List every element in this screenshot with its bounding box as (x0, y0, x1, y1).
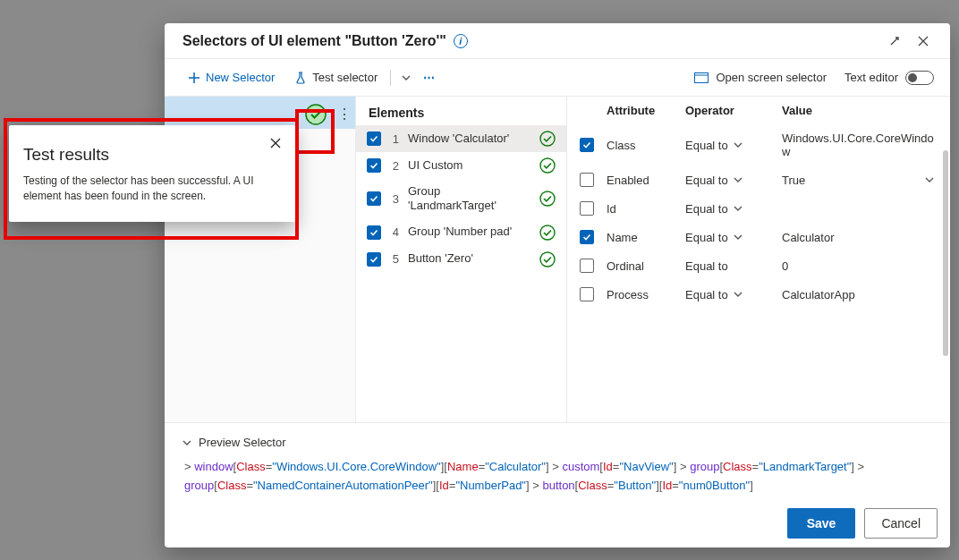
elements-list: 1Window 'Calculator'2UI Custom3Group 'La… (356, 125, 566, 422)
attribute-checkbox[interactable] (580, 138, 594, 152)
svg-rect-0 (695, 72, 709, 82)
preview-selector-toggle[interactable]: Preview Selector (177, 432, 292, 453)
preview-token: = (246, 479, 253, 492)
preview-token: Class (217, 479, 247, 492)
preview-label: Preview Selector (199, 436, 286, 449)
value-cell[interactable]: Calculator (782, 231, 934, 244)
element-checkbox[interactable] (367, 158, 381, 173)
preview-token: Id (603, 460, 613, 473)
check-ok-icon (539, 225, 556, 241)
value-cell[interactable]: 0 (782, 259, 934, 273)
col-attribute: Attribute (607, 104, 678, 117)
close-icon[interactable] (909, 27, 938, 55)
check-ok-icon (539, 157, 556, 174)
attribute-checkbox[interactable] (580, 201, 594, 216)
element-row[interactable]: 5Button 'Zero' (356, 246, 566, 273)
attribute-name: Process (607, 288, 678, 301)
element-checkbox[interactable] (367, 252, 381, 267)
attributes-column: Attribute Operator Value ClassEqual toWi… (567, 97, 950, 422)
attribute-checkbox[interactable] (580, 287, 594, 301)
col-value: Value (782, 104, 934, 117)
test-selector-button[interactable]: Test selector (287, 67, 385, 88)
check-ok-icon (539, 251, 556, 267)
preview-token: "NumberPad" (455, 479, 526, 492)
attribute-name: Name (607, 231, 678, 244)
info-icon[interactable]: i (454, 34, 468, 48)
element-index: 1 (390, 132, 399, 146)
check-ok-icon (539, 131, 556, 147)
attribute-name: Ordinal (607, 259, 678, 273)
element-checkbox[interactable] (367, 132, 381, 146)
svg-point-4 (540, 158, 555, 173)
scrollbar[interactable] (943, 150, 948, 356)
cancel-button[interactable]: Cancel (864, 508, 938, 539)
operator-cell[interactable]: Equal to (685, 231, 775, 244)
elements-header: Elements (356, 97, 566, 125)
preview-token: custom (562, 460, 599, 473)
preview-token: Name (447, 460, 479, 473)
element-checkbox[interactable] (367, 191, 381, 206)
preview-token: "num0Button" (679, 479, 750, 492)
attribute-checkbox[interactable] (580, 230, 594, 244)
attribute-name: Id (607, 202, 678, 216)
selectors-dialog: Selectors of UI element "Button 'Zero'" … (165, 23, 950, 547)
svg-point-3 (540, 132, 555, 146)
svg-point-5 (540, 191, 555, 206)
element-row[interactable]: 4Group 'Number pad' (356, 219, 566, 246)
attribute-row: ClassEqual toWindows.UI.Core.CoreWindow (567, 124, 946, 165)
attribute-checkbox[interactable] (580, 173, 594, 187)
dialog-header: Selectors of UI element "Button 'Zero'" … (165, 23, 950, 59)
preview-token: > (549, 460, 563, 473)
attribute-name: Class (607, 139, 678, 152)
operator-cell[interactable]: Equal to (685, 139, 775, 152)
preview-token: "Calculator" (485, 460, 546, 473)
value-cell[interactable]: True (782, 174, 934, 187)
preview-token: window (194, 460, 233, 473)
attribute-checkbox[interactable] (580, 259, 594, 273)
element-label: Window 'Calculator' (408, 132, 530, 146)
operator-cell[interactable]: Equal to (685, 202, 775, 216)
new-selector-button[interactable]: New Selector (181, 67, 282, 88)
value-cell[interactable]: CalculatorApp (782, 288, 934, 301)
attribute-row: ProcessEqual toCalculatorApp (567, 280, 946, 309)
preview-body: > window[Class="Windows.UI.Core.CoreWind… (177, 453, 938, 499)
dialog-title: Selectors of UI element "Button 'Zero'" (182, 33, 446, 49)
attribute-name: Enabled (607, 174, 678, 187)
element-checkbox[interactable] (367, 225, 381, 240)
toggle-icon[interactable] (905, 71, 934, 85)
operator-cell[interactable]: Equal to (685, 174, 775, 187)
element-label: Group 'Number pad' (408, 225, 530, 239)
toolbar: New Selector Test selector ⋯ Open screen… (165, 59, 950, 97)
preview-token: group (690, 460, 719, 473)
svg-point-6 (540, 225, 555, 240)
preview-token: "NamedContainerAutomationPeer" (253, 479, 433, 492)
col-operator: Operator (685, 104, 775, 117)
preview-token: ] (750, 479, 753, 492)
test-selector-label: Test selector (312, 71, 378, 84)
preview-token: "Button" (614, 479, 656, 492)
element-row[interactable]: 2UI Custom (356, 152, 566, 179)
toolbar-separator (390, 70, 391, 86)
preview-token: Class (236, 460, 266, 473)
selector-row-menu-icon[interactable]: ⋮ (334, 98, 355, 131)
text-editor-toggle[interactable]: Text editor (844, 71, 934, 85)
operator-cell[interactable]: Equal to (685, 288, 775, 301)
save-button[interactable]: Save (787, 508, 856, 539)
element-row[interactable]: 3Group 'LandmarkTarget' (356, 179, 566, 219)
attribute-row: EnabledEqual toTrue (567, 165, 946, 194)
test-selector-chevron[interactable] (396, 70, 416, 86)
text-editor-label: Text editor (844, 71, 898, 84)
preview-token: group (184, 479, 214, 492)
open-screen-selector-button[interactable]: Open screen selector (687, 67, 834, 88)
preview-token: > (676, 460, 690, 473)
element-label: Button 'Zero' (408, 251, 530, 266)
more-actions-button[interactable]: ⋯ (416, 67, 443, 88)
preview-token: "Windows.UI.Core.CoreWindow" (272, 460, 440, 473)
operator-cell[interactable]: Equal to (685, 259, 775, 273)
preview-token: Id (662, 479, 672, 492)
value-cell[interactable]: Windows.UI.Core.CoreWindow (782, 132, 934, 158)
preview-token: > (184, 460, 194, 473)
restore-icon[interactable] (880, 27, 909, 55)
attribute-row: IdEqual to (567, 194, 946, 223)
element-row[interactable]: 1Window 'Calculator' (356, 125, 566, 152)
